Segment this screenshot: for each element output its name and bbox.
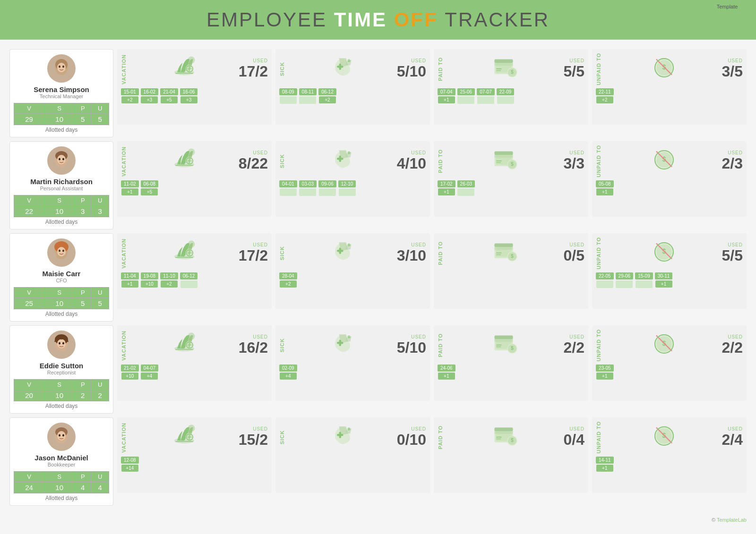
card-type-label-sick: Sick: [279, 430, 287, 444]
date-tag: 06-12: [180, 272, 198, 280]
date-plus: +5: [141, 188, 158, 195]
date-tag: 22-11: [596, 88, 614, 95]
allotted-p: 5: [75, 114, 91, 125]
allotted-u: 3: [91, 206, 109, 217]
date-tag: 26-03: [457, 180, 475, 187]
card-icon-sick: [289, 145, 397, 178]
col-s: S: [44, 380, 75, 390]
allotted-p: 5: [75, 298, 91, 309]
date-plus: +2: [280, 280, 297, 288]
date-empty: [477, 96, 494, 104]
footer-link[interactable]: TemplateLab: [717, 517, 747, 523]
date-empty: [596, 280, 613, 288]
date-tag: 12-10: [338, 180, 356, 187]
svg-rect-103: [337, 342, 344, 344]
date-plus: +3: [141, 96, 158, 103]
date-block: 03-03: [299, 180, 317, 196]
date-tag: 05-08: [596, 180, 614, 187]
card-used-area-unpaid: USED 2/4: [722, 426, 743, 448]
svg-rect-73: [337, 250, 344, 252]
col-s: S: [44, 472, 75, 482]
card-type-label-unpaid: Unpaid TO: [596, 329, 603, 362]
card-type-label-unpaid: Unpaid TO: [596, 145, 603, 178]
allotted-label: Allotted days: [45, 403, 78, 409]
timeoff-card-unpaid: Unpaid TO $ USED 2/2 23-05 +1: [592, 325, 747, 401]
date-block: 07-07: [477, 88, 495, 104]
card-used-area-vacation: USED 8/22: [239, 150, 268, 172]
svg-text:$: $: [511, 161, 514, 167]
card-icon-vacation: [130, 421, 239, 454]
employee-card-maisie: Maisie Carr CFO V S P U 25 10 5: [9, 233, 113, 322]
date-plus: +2: [161, 280, 178, 288]
card-top-vacation: Vacation USED 15/2: [121, 421, 268, 454]
employee-card-martin: Martin Richardson Personal Assistant V S…: [9, 141, 113, 229]
timeoff-card-vacation: Vacation USED 15/2 12-08 +14: [117, 417, 272, 493]
employee-title-martin: Personal Assistant: [40, 186, 83, 191]
card-top-paid: Paid TO $ USED 2/2: [438, 329, 584, 362]
timeoff-card-vacation: Vacation USED 17/2 11-04 +1 19-08 +10: [117, 233, 272, 309]
employee-card-eddie: Eddie Sutton Receptionist V S P U 20 10 …: [9, 325, 113, 414]
allotted-s: 10: [44, 482, 75, 493]
dates-row-paid: 07-04 +1 25-06 07-07 22-09: [438, 88, 584, 104]
svg-point-125: [62, 434, 64, 437]
allotted-p: 4: [75, 482, 91, 493]
used-value-paid: 5/5: [564, 63, 584, 80]
card-used-area-sick: USED 3/10: [397, 242, 426, 264]
avatar-eddie: [47, 331, 76, 359]
card-top-paid: Paid TO $ USED 0/4: [438, 421, 584, 454]
used-value-vacation: 16/2: [239, 339, 268, 356]
employee-title-eddie: Receptionist: [47, 370, 76, 375]
timeoff-card-unpaid: Unpaid TO $ USED 5/5 22-05 29-06 15-09: [592, 233, 747, 309]
timeoff-card-paid: Paid TO $ USED 0/5: [434, 233, 588, 309]
timeoff-cards-jason: Vacation USED 15/2 12-08 +14 Sic: [117, 417, 747, 493]
date-tag: 28-04: [279, 272, 297, 280]
used-value-paid: 2/2: [564, 339, 584, 356]
card-used-area-unpaid: USED 5/5: [722, 242, 743, 264]
date-tag: 25-06: [457, 88, 475, 95]
date-plus: +14: [121, 465, 138, 472]
card-type-label-paid: Paid TO: [438, 333, 445, 357]
date-plus: +1: [121, 188, 138, 195]
card-type-label-sick: Sick: [279, 338, 287, 352]
used-value-vacation: 17/2: [239, 63, 268, 80]
allotted-table-martin: V S P U 22 10 3 3: [14, 195, 109, 217]
allotted-u: 2: [91, 390, 109, 401]
date-tag: 16-06: [180, 88, 198, 95]
date-block: 09-06: [318, 180, 336, 196]
date-plus: +1: [438, 373, 455, 380]
employee-name-jason: Jason McDaniel: [34, 454, 88, 462]
card-used-area-vacation: USED 16/2: [239, 334, 268, 356]
date-block: 06-12: [180, 272, 198, 288]
allotted-table-maisie: V S P U 25 10 5 5: [14, 287, 109, 309]
card-used-area-unpaid: USED 2/2: [722, 334, 743, 356]
card-top-vacation: Vacation USED 17/2: [121, 53, 268, 85]
date-plus: +1: [655, 280, 672, 288]
svg-rect-78: [495, 247, 513, 250]
employee-row-jason: Jason McDaniel Bookkeeper V S P U 24 10 …: [9, 417, 747, 506]
card-icon-paid: $: [447, 421, 564, 454]
card-icon-unpaid: $: [605, 421, 722, 454]
date-tag: 30-11: [655, 272, 673, 280]
date-block: 06-08 +5: [141, 180, 159, 195]
col-s: S: [44, 103, 75, 114]
svg-point-124: [59, 434, 60, 437]
dates-row-unpaid: 23-05 +1: [596, 364, 743, 380]
date-block: 22-09: [497, 88, 515, 104]
card-top-sick: Sick USED 5/10: [279, 53, 426, 85]
avatar-martin: [47, 146, 76, 175]
timeoff-card-vacation: Vacation USED 8/22 11-02 +1 06-08 +5: [117, 141, 272, 217]
svg-point-35: [62, 158, 64, 161]
date-block: 11-04 +1: [121, 272, 139, 288]
date-block: 02-09 +4: [279, 364, 297, 380]
card-used-area-vacation: USED 15/2: [239, 426, 268, 448]
date-block: 14-11 +1: [596, 457, 614, 472]
timeoff-card-unpaid: Unpaid TO $ USED 3/5 22-11 +2: [592, 49, 747, 125]
card-icon-vacation: [130, 237, 239, 270]
date-tag: 21-04: [160, 88, 178, 95]
card-used-area-paid: USED 2/2: [564, 334, 584, 356]
date-tag: 04-01: [279, 180, 297, 187]
date-plus: +1: [438, 96, 455, 103]
card-type-label-paid: Paid TO: [438, 57, 445, 81]
employee-title-jason: Bookkeeper: [48, 462, 76, 467]
timeoff-card-paid: Paid TO $ USED 2/2 24-06 +1: [434, 325, 588, 401]
